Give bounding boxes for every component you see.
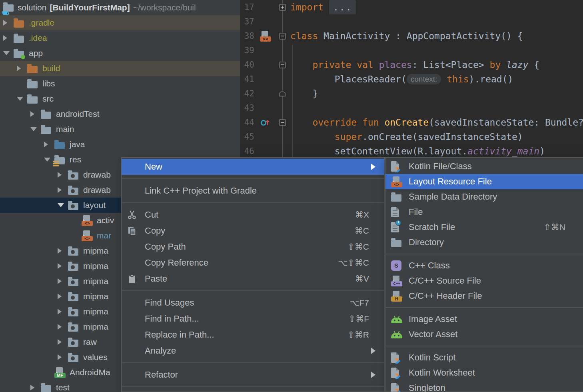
chevron-right-icon[interactable] (58, 187, 68, 193)
chevron-right-icon[interactable] (3, 35, 14, 41)
fold-marker-icon[interactable] (276, 119, 289, 126)
chevron-right-icon[interactable] (58, 309, 68, 314)
menu-item-label: Kotlin Worksheet (409, 368, 475, 378)
cpp-source-icon: C++ (391, 276, 409, 286)
tree-item-java[interactable]: java (0, 137, 240, 152)
menu-item-kotlin-script[interactable]: Kotlin Script (385, 350, 583, 365)
menu-item-find-in-path[interactable]: Find in Path...⇧⌘F (122, 311, 384, 327)
paste-icon (127, 274, 145, 284)
menu-item-kotlin-worksheet[interactable]: Kotlin Worksheet (385, 365, 583, 380)
menu-item-layout-resource-file[interactable]: <>Layout Resource File (385, 174, 583, 189)
menu-separator (386, 307, 583, 308)
menu-separator (386, 346, 583, 346)
menu-item-paste[interactable]: Paste⌘V (122, 271, 384, 287)
tree-item-build[interactable]: build (0, 61, 240, 76)
file-kscript-icon (391, 368, 409, 378)
menu-item-link-c-project-with-gradle[interactable]: Link C++ Project with Gradle (122, 183, 384, 199)
menu-item-label: Cut (145, 210, 158, 220)
chevron-down-icon[interactable] (17, 97, 27, 101)
submenu-arrow-icon (371, 164, 375, 170)
menu-item-new[interactable]: New (122, 159, 384, 175)
menu-item-sample-data-directory[interactable]: Sample Data Directory (385, 189, 583, 204)
menu-item-analyze[interactable]: Analyze (122, 343, 384, 359)
chevron-right-icon[interactable] (30, 385, 41, 390)
code-line: 41 PlacesReader(context: this).read() (240, 72, 583, 86)
file-kotlin-icon (391, 383, 409, 392)
menu-separator (122, 362, 384, 363)
menu-item-singleton[interactable]: Singleton (385, 380, 583, 392)
tree-item-label: drawab (83, 170, 111, 180)
code-line: 44 override fun onCreate(savedInstanceSt… (240, 115, 583, 130)
tree-item-label: mar (97, 231, 111, 240)
fold-marker-icon[interactable] (276, 4, 289, 11)
chevron-right-icon[interactable] (58, 248, 68, 254)
menu-item-find-usages[interactable]: Find Usages⌥F7 (122, 295, 384, 311)
menu-item-cut[interactable]: Cut⌘X (122, 207, 384, 223)
menu-item-label: File (409, 207, 423, 217)
menu-item-c-c-source-file[interactable]: C++C/C++ Source File (385, 273, 583, 288)
menu-item-shortcut: ⇧⌘N (544, 222, 583, 232)
menu-item-copy[interactable]: Copy⌘C (122, 223, 384, 239)
menu-item-vector-asset[interactable]: Vector Asset (385, 327, 583, 342)
chevron-down-icon[interactable] (3, 51, 14, 55)
menu-separator (122, 202, 384, 203)
project-title-row[interactable]: solution [BuildYourFirstMap] ~/workspace… (0, 0, 240, 15)
menu-item-label: Copy Reference (145, 258, 208, 268)
folder-hole-icon (68, 322, 80, 332)
tree-item-label: mipma (83, 261, 108, 271)
chevron-right-icon[interactable] (58, 324, 68, 330)
menu-item-image-asset[interactable]: Image Asset (385, 312, 583, 327)
menu-item-copy-path[interactable]: Copy Path⇧⌘C (122, 239, 384, 255)
chevron-right-icon[interactable] (30, 111, 41, 117)
menu-item-label: Find in Path... (145, 314, 199, 324)
chevron-right-icon[interactable] (58, 339, 68, 345)
fold-marker-icon[interactable] (276, 33, 289, 40)
tree-item-label: values (83, 352, 108, 362)
menu-item-c-class[interactable]: SC++ Class (385, 258, 583, 273)
menu-item-refactor[interactable]: Refactor (122, 367, 384, 383)
chevron-down-icon[interactable] (58, 203, 68, 207)
chevron-right-icon[interactable] (58, 294, 68, 299)
chevron-right-icon[interactable] (58, 263, 68, 269)
menu-item-scratch-file[interactable]: Scratch File⇧⌘N (385, 220, 583, 235)
tree-item-libs[interactable]: libs (0, 76, 240, 91)
chevron-right-icon[interactable] (44, 142, 54, 147)
menu-item-directory[interactable]: Directory (385, 235, 583, 250)
tree-item-label: app (29, 48, 43, 58)
chevron-right-icon[interactable] (58, 354, 68, 360)
fold-marker-icon[interactable] (276, 62, 289, 68)
code-text: private val places: List<Place> by lazy … (289, 58, 583, 72)
fold-marker-icon[interactable] (276, 91, 289, 97)
tree-item-app[interactable]: app (0, 46, 240, 61)
menu-item-c-c-header-file[interactable]: HC/C++ Header File (385, 288, 583, 304)
folder-hole-icon (68, 338, 80, 347)
project-icon (3, 2, 14, 13)
menu-item-replace-in-path[interactable]: Replace in Path...⇧⌘R (122, 327, 384, 343)
menu-item-shortcut: ⌥F7 (349, 298, 378, 308)
menu-item-kotlin-file-class[interactable]: Kotlin File/Class (385, 159, 583, 174)
android-studio-window: { "window": { "title_project": "solution… (0, 0, 583, 392)
folder-orange-icon (14, 18, 26, 28)
line-number: 17 (240, 2, 260, 12)
tree-item-idea[interactable]: .idea (0, 30, 240, 46)
folder-app-icon (14, 49, 26, 58)
chevron-right-icon[interactable] (58, 172, 68, 178)
menu-item-label: Replace in Path... (145, 330, 214, 340)
code-text: PlacesReader(context: this).read() (289, 72, 583, 86)
chevron-right-icon[interactable] (3, 20, 14, 26)
layout-file-gutter-icon[interactable]: <> (260, 31, 276, 42)
menu-separator (122, 178, 384, 179)
tree-item-gradle[interactable]: .gradle (0, 15, 240, 30)
chevron-down-icon[interactable] (30, 127, 41, 131)
tree-item-src[interactable]: src (0, 91, 240, 106)
chevron-right-icon[interactable] (17, 66, 27, 71)
chevron-right-icon[interactable] (58, 278, 68, 284)
code-line: 43 (240, 101, 583, 115)
tree-item-androidtest[interactable]: androidTest (0, 106, 240, 122)
menu-item-file[interactable]: File (385, 204, 583, 220)
tree-item-main[interactable]: main (0, 122, 240, 137)
file-xml-icon: <> (82, 230, 94, 241)
menu-item-copy-reference[interactable]: Copy Reference⌥⇧⌘C (122, 255, 384, 271)
menu-separator (122, 290, 384, 291)
override-gutter-icon[interactable] (260, 118, 276, 127)
